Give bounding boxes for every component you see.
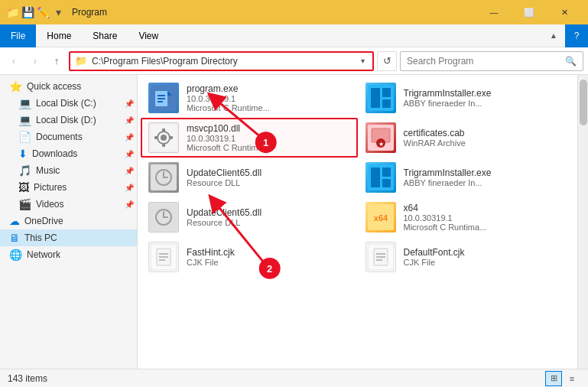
tab-home[interactable]: Home bbox=[36, 24, 82, 47]
file-info: msvcp100.dll 10.0.30319.1 Microsoft C Ru… bbox=[187, 123, 350, 152]
svg-rect-35 bbox=[159, 259, 165, 261]
address-path[interactable]: 📁 C:\Program Files\Program Directory ▾ bbox=[69, 51, 374, 71]
file-item-defaultfont[interactable]: DefaultFont.cjk CJK File bbox=[358, 237, 575, 277]
sidebar-item-label: Quick access bbox=[27, 81, 137, 92]
videos-icon: 🎬 bbox=[18, 198, 31, 210]
file-item-updateclient65-2[interactable]: UpdateClient65.dll Resource DLL bbox=[141, 197, 358, 237]
sidebar-item-label: Local Disk (C:) bbox=[36, 98, 120, 109]
title-bar-icons: 📁 💾 ✏️ ▾ bbox=[6, 6, 64, 18]
search-icon[interactable]: 🔍 bbox=[565, 56, 577, 67]
trigramm-icon-1 bbox=[365, 83, 396, 113]
file-item-program-exe[interactable]: program.exe 10.0.30319.1 Microsoft C Run… bbox=[141, 78, 358, 118]
documents-icon: 📄 bbox=[18, 131, 31, 143]
sidebar-item-label: Network bbox=[27, 249, 137, 260]
pin-icon: 📌 bbox=[125, 150, 134, 158]
x64-icon: x64 bbox=[365, 202, 396, 233]
svg-rect-3 bbox=[158, 95, 165, 96]
sidebar-item-music[interactable]: 🎵 Music 📌 bbox=[0, 162, 137, 179]
sidebar-item-downloads[interactable]: ⬇ Downloads 📌 bbox=[0, 145, 137, 162]
svg-rect-7 bbox=[371, 88, 380, 108]
close-button[interactable]: ✕ bbox=[547, 0, 582, 24]
dll-gear-icon bbox=[148, 122, 179, 153]
file-name: UpdateClient65.dll bbox=[187, 207, 350, 218]
scrollbar-thumb[interactable] bbox=[580, 80, 587, 125]
ribbon-collapse-icon[interactable]: ▲ bbox=[542, 24, 565, 47]
main-layout: ⭐ Quick access 💻 Local Disk (C:) 📌 💻 Loc… bbox=[0, 75, 588, 369]
svg-rect-25 bbox=[382, 167, 391, 177]
file-version: ABBY fineraeder In... bbox=[404, 99, 567, 108]
minimize-button[interactable]: — bbox=[476, 0, 512, 24]
svg-rect-16 bbox=[170, 136, 173, 139]
forward-button[interactable]: › bbox=[26, 52, 44, 70]
folder-icon: 📁 bbox=[6, 6, 18, 18]
file-info: x64 10.0.30319.1 Microsoft C Runtima... bbox=[404, 203, 567, 232]
file-name: certificates.cab bbox=[404, 128, 567, 138]
search-input[interactable] bbox=[407, 56, 560, 67]
sidebar-item-videos[interactable]: 🎬 Videos 📌 bbox=[0, 196, 137, 213]
file-item-trigramm-1[interactable]: TrigrammInstaller.exe ABBY fineraeder In… bbox=[358, 78, 575, 118]
file-item-x64[interactable]: x64 x64 10.0.30319.1 Microsoft C Runtima… bbox=[358, 197, 575, 237]
list-view-button[interactable]: ≡ bbox=[564, 371, 580, 386]
file-name: TrigrammInstaller.exe bbox=[404, 88, 567, 99]
grid-view-button[interactable]: ⊞ bbox=[545, 371, 562, 386]
file-info: DefaultFont.cjk CJK File bbox=[404, 247, 567, 267]
tab-view[interactable]: View bbox=[128, 24, 169, 47]
svg-rect-40 bbox=[376, 259, 382, 261]
help-icon[interactable]: ? bbox=[565, 24, 588, 47]
tab-file[interactable]: File bbox=[0, 24, 36, 47]
pin-icon: 📌 bbox=[125, 99, 134, 108]
this-pc-icon: 🖥 bbox=[9, 232, 20, 244]
refresh-button[interactable]: ↺ bbox=[377, 51, 397, 71]
fasthint-icon bbox=[148, 242, 179, 272]
sidebar-item-onedrive[interactable]: ☁ OneDrive bbox=[0, 213, 137, 229]
file-item-updateclient65-1[interactable]: UpdateClient65.dll Resource DLL bbox=[141, 158, 358, 197]
tab-share[interactable]: Share bbox=[82, 24, 128, 47]
svg-rect-4 bbox=[158, 98, 165, 99]
pictures-icon: 🖼 bbox=[18, 181, 29, 194]
sidebar-item-label: This PC bbox=[24, 233, 137, 243]
file-item-certificates[interactable]: ★ certificates.cab WinRAR Archive bbox=[358, 118, 575, 158]
pin-icon: 📌 bbox=[125, 167, 134, 175]
sidebar-item-this-pc[interactable]: 🖥 This PC bbox=[0, 229, 137, 246]
file-name: msvcp100.dll bbox=[187, 123, 350, 134]
svg-rect-39 bbox=[376, 256, 385, 258]
update-icon-1 bbox=[148, 162, 179, 193]
address-bar: ‹ › ↑ 📁 C:\Program Files\Program Directo… bbox=[0, 47, 588, 75]
onedrive-icon: ☁ bbox=[9, 215, 20, 227]
sidebar-item-documents[interactable]: 📄 Documents 📌 bbox=[0, 128, 137, 145]
file-item-fasthint[interactable]: FastHint.cjk CJK File bbox=[141, 237, 358, 277]
file-info: FastHint.cjk CJK File bbox=[187, 247, 350, 267]
scrollbar[interactable] bbox=[577, 75, 588, 369]
path-dropdown-icon[interactable]: ▾ bbox=[358, 57, 368, 65]
svg-rect-13 bbox=[162, 128, 165, 132]
downloads-icon: ⬇ bbox=[18, 148, 28, 160]
up-button[interactable]: ↑ bbox=[47, 52, 66, 70]
music-icon: 🎵 bbox=[18, 164, 31, 177]
sidebar-item-label: Documents bbox=[36, 132, 120, 142]
svg-point-12 bbox=[161, 135, 167, 141]
dropdown-icon[interactable]: ▾ bbox=[52, 6, 64, 18]
file-info: TrigrammInstaller.exe ABBY fineraeder In… bbox=[404, 88, 567, 108]
svg-text:x64: x64 bbox=[373, 213, 388, 223]
sidebar-item-label: Downloads bbox=[32, 148, 120, 159]
sidebar-item-local-disk-d[interactable]: 💻 Local Disk (D:) 📌 bbox=[0, 112, 137, 128]
sidebar-item-quick-access[interactable]: ⭐ Quick access bbox=[0, 78, 137, 95]
back-button[interactable]: ‹ bbox=[5, 52, 23, 70]
file-name: FastHint.cjk bbox=[187, 247, 350, 258]
sidebar-item-network[interactable]: 🌐 Network bbox=[0, 246, 137, 263]
sidebar-item-pictures[interactable]: 🖼 Pictures 📌 bbox=[0, 179, 137, 196]
file-item-trigramm-2[interactable]: TrigrammInstaller.exe ABBY fineraeder In… bbox=[358, 158, 575, 197]
file-name: program.exe bbox=[187, 83, 350, 94]
trigramm-icon-2 bbox=[365, 162, 396, 193]
save-icon: 💾 bbox=[21, 6, 34, 18]
svg-rect-34 bbox=[159, 256, 168, 258]
svg-rect-15 bbox=[154, 136, 158, 139]
file-item-msvcp100[interactable]: msvcp100.dll 10.0.30319.1 Microsoft C Ru… bbox=[141, 118, 358, 158]
maximize-button[interactable]: ⬜ bbox=[512, 0, 547, 24]
status-bar: 143 items ⊞ ≡ bbox=[0, 369, 588, 387]
file-type: Microsoft C Runtima... bbox=[404, 223, 567, 232]
path-text: C:\Program Files\Program Directory bbox=[92, 56, 238, 67]
sidebar-item-local-disk-c[interactable]: 💻 Local Disk (C:) 📌 bbox=[0, 95, 137, 112]
file-name: UpdateClient65.dll bbox=[187, 167, 350, 178]
update-icon-2 bbox=[148, 202, 179, 233]
